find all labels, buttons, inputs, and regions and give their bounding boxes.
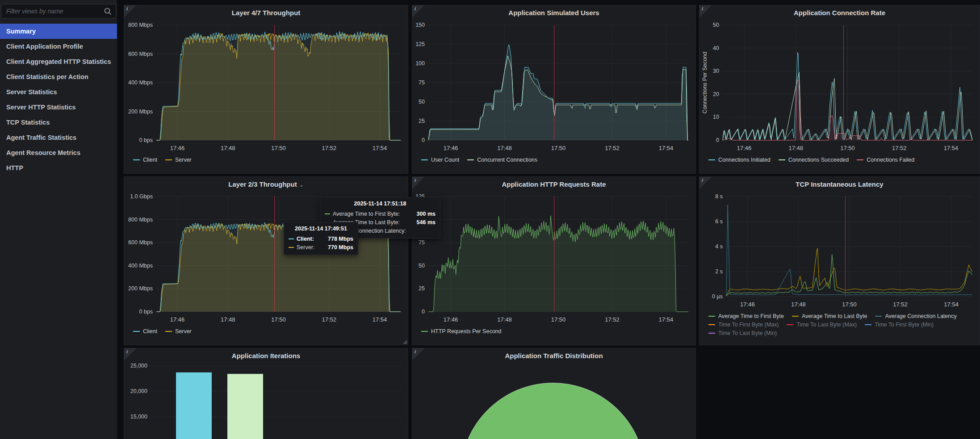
svg-text:40: 40: [713, 45, 719, 51]
panel-resize-handle[interactable]: [403, 340, 407, 344]
panel-info-icon[interactable]: i: [412, 5, 424, 17]
legend-item-client[interactable]: Client: [133, 157, 157, 163]
panel-application-simulated-users: iApplication Simulated Users025507510012…: [412, 5, 696, 174]
panel-application-http-requests-rate: iApplication HTTP Requests Rate025507510…: [412, 176, 696, 345]
legend-item-server[interactable]: Server: [165, 157, 192, 163]
svg-text:15,000: 15,000: [130, 414, 147, 420]
legend-item-average-time-to-first-byte[interactable]: Average Time to First Byte: [708, 313, 784, 319]
panel-title[interactable]: Layer 2/3 Throughput⌄: [124, 177, 408, 192]
svg-text:150: 150: [415, 22, 425, 28]
legend-item-average-time-to-last-byte[interactable]: Average Time to Last Byte: [792, 313, 867, 319]
application-connection-rate-chart[interactable]: 0102030405017:4617:4817:5017:5217:54Conn…: [699, 21, 979, 155]
sidebar-item-http[interactable]: HTTP: [0, 160, 117, 176]
svg-text:2 s: 2 s: [715, 268, 723, 275]
legend-color-dash: [708, 324, 715, 325]
legend-color-dash: [708, 333, 715, 334]
iterations-bar[interactable]: [176, 372, 212, 439]
svg-text:100: 100: [415, 60, 425, 67]
views-sidebar: SummaryClient Application ProfileClient …: [0, 0, 117, 439]
legend-item-time-to-first-byte-max-[interactable]: Time To First Byte (Max): [708, 322, 779, 328]
iterations-bar[interactable]: [227, 374, 263, 439]
legend-item-connections-failed[interactable]: Connections Failed: [857, 157, 914, 163]
tcp-instantaneous-latency-chart[interactable]: 0 µs2 s4 s6 s8 s17:4617:4817:5017:5217:5…: [699, 192, 979, 312]
panel-title[interactable]: Application Connection Rate: [699, 5, 980, 21]
application-iterations-chart[interactable]: 25,00020,00015,000: [124, 364, 407, 439]
panel-title[interactable]: Application Iterations: [124, 348, 408, 364]
svg-text:17:48: 17:48: [791, 301, 806, 308]
svg-text:17:54: 17:54: [373, 145, 387, 151]
panel-info-icon[interactable]: i: [699, 5, 712, 17]
panel-info-icon[interactable]: i: [124, 348, 136, 360]
legend-item-time-to-last-byte-max-[interactable]: Time To Last Byte (Max): [787, 322, 857, 328]
panel-title-text: Layer 2/3 Throughput: [228, 180, 297, 188]
panel-title[interactable]: Application HTTP Requests Rate: [412, 177, 695, 192]
series-color-dash: [289, 247, 294, 248]
legend-item-client[interactable]: Client: [133, 328, 157, 334]
svg-text:17:46: 17:46: [170, 316, 185, 323]
application-http-requests-rate-chart[interactable]: 025507510012517:4617:4817:5017:5217:54: [412, 192, 695, 327]
svg-text:17:46: 17:46: [444, 316, 458, 323]
svg-text:400 Mbps: 400 Mbps: [128, 263, 153, 269]
legend-item-time-to-first-byte-min-[interactable]: Time To First Byte (Min): [865, 322, 934, 328]
traffic-distribution-pie[interactable]: [461, 383, 645, 439]
legend-item-http-requests-per-second[interactable]: HTTP Requests Per Second: [421, 328, 501, 334]
sidebar-item-summary[interactable]: Summary: [0, 24, 117, 39]
sidebar-item-server-http-statistics[interactable]: Server HTTP Statistics: [0, 100, 117, 115]
legend-label: Server: [175, 328, 192, 334]
legend-item-connections-succeeded[interactable]: Connections Succeeded: [779, 157, 849, 163]
info-icon: i: [126, 6, 128, 11]
chart-legend: ClientServer: [124, 157, 401, 163]
sidebar-item-agent-traffic-statistics[interactable]: Agent Traffic Statistics: [0, 130, 117, 145]
svg-text:4 s: 4 s: [715, 243, 723, 250]
svg-text:8 s: 8 s: [715, 193, 723, 200]
tooltip-series-label: Server:: [297, 244, 314, 251]
legend-color-dash: [421, 159, 428, 160]
application-simulated-users-chart[interactable]: 025507510012515017:4617:4817:5017:5217:5…: [412, 21, 695, 155]
sidebar-item-server-statistics[interactable]: Server Statistics: [0, 84, 117, 100]
sidebar-item-client-application-profile[interactable]: Client Application Profile: [0, 39, 117, 54]
svg-text:17:54: 17:54: [373, 316, 387, 323]
sidebar-item-client-statistics-per-action[interactable]: Client Statistics per Action: [0, 69, 117, 84]
svg-text:0 bps: 0 bps: [139, 309, 153, 315]
legend-color-dash: [857, 159, 863, 160]
svg-text:17:52: 17:52: [605, 145, 620, 151]
legend-item-time-to-last-byte-min-[interactable]: Time To Last Byte (Min): [708, 330, 777, 336]
legend-label: Average Time to First Byte: [718, 313, 784, 319]
panel-info-icon[interactable]: i: [412, 348, 424, 360]
panel-title[interactable]: Application Simulated Users: [412, 5, 695, 21]
tooltip-row: Server:770 Mbps: [289, 243, 353, 251]
svg-text:20: 20: [713, 91, 719, 97]
sidebar-item-client-aggregated-http-statistics[interactable]: Client Aggregated HTTP Statistics: [0, 54, 117, 69]
panel-info-icon[interactable]: i: [699, 177, 712, 189]
svg-text:17:48: 17:48: [497, 145, 512, 151]
legend-color-dash: [865, 324, 871, 325]
legend-color-dash: [708, 316, 715, 317]
layer-4-7-throughput-chart[interactable]: 0 bps200 Mbps400 Mbps600 Mbps800 Mbps17:…: [124, 21, 407, 155]
panel-info-icon[interactable]: i: [124, 5, 136, 17]
svg-text:25: 25: [419, 285, 425, 292]
panel-title[interactable]: Application Traffic Distribution: [412, 348, 695, 364]
legend-item-user-count[interactable]: User Count: [421, 157, 459, 163]
panel-menu-caret-icon[interactable]: ⌄: [299, 182, 304, 188]
filter-views-input[interactable]: [1, 4, 116, 18]
sidebar-item-agent-resource-metrics[interactable]: Agent Resource Metrics: [0, 145, 117, 160]
legend-item-connections-initiated[interactable]: Connections Initiated: [708, 157, 771, 163]
svg-text:17:54: 17:54: [659, 145, 674, 151]
panel-title[interactable]: TCP Instantaneous Latency: [699, 177, 980, 192]
panel-application-traffic-distribution: iApplication Traffic Distribution: [412, 348, 696, 439]
svg-text:0 bps: 0 bps: [139, 137, 153, 143]
panel-title[interactable]: Layer 4/7 Throughput: [124, 5, 408, 21]
sidebar-item-tcp-statistics[interactable]: TCP Statistics: [0, 115, 117, 130]
svg-text:17:52: 17:52: [893, 301, 908, 308]
sidebar-view-list: SummaryClient Application ProfileClient …: [0, 24, 117, 176]
legend-item-average-connection-latency[interactable]: Average Connection Latency: [875, 313, 956, 319]
svg-text:50: 50: [713, 22, 719, 28]
legend-label: Average Connection Latency: [885, 313, 956, 319]
panel-title-text: Application Connection Rate: [794, 9, 885, 17]
legend-item-concurrent-connections[interactable]: Concurrent Connections: [467, 157, 537, 163]
legend-item-server[interactable]: Server: [165, 328, 192, 334]
legend-label: Client: [143, 328, 157, 334]
svg-text:0: 0: [422, 137, 425, 143]
legend-color-dash: [133, 331, 140, 332]
panel-info-icon[interactable]: i: [412, 177, 424, 189]
